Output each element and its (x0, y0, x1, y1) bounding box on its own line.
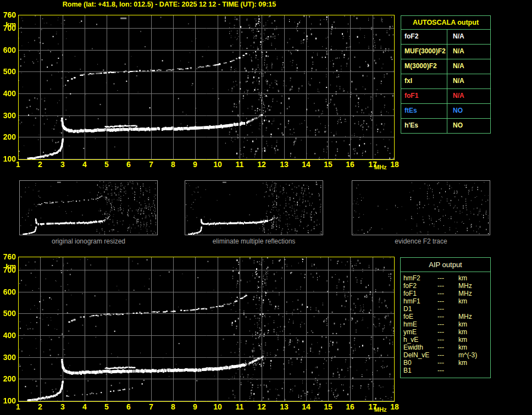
x-axis-tick: 16 (342, 161, 358, 168)
aip-row-unit: m^(-3) (458, 351, 477, 359)
thumbnail-caption-original: original ionogram resized (19, 237, 158, 245)
y-axis-tick: 500 (0, 309, 16, 317)
aip-row: hmF2---km (403, 274, 490, 282)
aip-row-label: B1 (403, 367, 437, 374)
autoscala-row: M(3000)F2N/A (401, 59, 490, 74)
aip-row: D1--- (403, 305, 490, 313)
x-axis-tick: 4 (76, 403, 93, 411)
x-axis-tick: 3 (54, 161, 71, 168)
aip-row-value: --- (437, 367, 458, 374)
y-axis-tick: 700 (0, 266, 16, 274)
autoscala-row: fxIN/A (401, 74, 490, 89)
x-axis-tick: 10 (209, 161, 226, 168)
aip-row-label: D1 (403, 305, 437, 313)
autoscala-table-body: foF2N/AMUF(3000)F2N/AM(3000)F2N/AfxIN/Af… (401, 30, 490, 133)
autoscala-row-value: N/A (447, 45, 464, 59)
thumbnail-original-ionogram (19, 180, 158, 235)
y-axis-tick: 500 (0, 68, 16, 75)
y-axis-tick: 600 (0, 288, 16, 296)
x-axis-tick: 13 (276, 403, 292, 411)
aip-row-unit: km (458, 336, 467, 344)
y-axis-tick: 300 (0, 112, 16, 119)
autoscala-row-label: ftEs (401, 104, 447, 118)
thumbnail-caption-eliminate: eliminate multiple reflections (185, 237, 323, 245)
aip-row-value: --- (437, 344, 458, 351)
thumbnail-evidence-canvas (352, 181, 490, 235)
autoscala-row: ftEsNO (401, 104, 490, 119)
autoscala-row-value: N/A (447, 59, 464, 74)
aip-row-value: --- (437, 359, 458, 367)
x-axis-tick: 11 (231, 403, 248, 411)
x-axis-tick: 15 (320, 403, 336, 411)
autoscala-row-label: h'Es (401, 119, 447, 133)
aip-row-label: hmE (403, 320, 437, 328)
x-axis-tick: 18 (386, 403, 403, 411)
x-axis-tick: 6 (120, 403, 137, 411)
x-axis-tick: 18 (386, 161, 403, 168)
autoscala-row-label: foF2 (401, 30, 447, 44)
bottom-ionogram-canvas (18, 257, 395, 402)
aip-row: DelN_vE---m^(-3) (403, 351, 490, 359)
aip-row-unit: MHz (458, 290, 472, 297)
autoscala-row-label: MUF(3000)F2 (401, 45, 447, 59)
thumbnail-evidence-f2 (352, 180, 490, 235)
x-axis-tick: 12 (253, 403, 270, 411)
x-axis-tick: 15 (320, 161, 336, 168)
aip-row-value: --- (437, 282, 458, 290)
autoscala-row-value: NO (447, 119, 463, 133)
autoscala-table-title: AUTOSCALA output (401, 16, 490, 30)
y-axis-tick: 760 (0, 11, 16, 19)
aip-row: hmE---km (403, 320, 490, 328)
x-axis-tick: 13 (276, 161, 292, 168)
aip-row-value: --- (437, 320, 458, 328)
x-axis-tick: 9 (187, 403, 203, 411)
x-axis-tick: 17 (364, 403, 381, 411)
aip-row-unit: km (458, 274, 467, 282)
aip-row: foF2---MHz (403, 282, 490, 290)
y-axis-tick: 760 (0, 253, 16, 261)
thumbnail-caption-evidence: evidence F2 trace (352, 237, 490, 245)
x-axis-tick: 4 (76, 161, 93, 168)
aip-row-value: --- (437, 336, 458, 344)
autoscala-row-label: fxI (401, 74, 447, 88)
aip-row: hmF1---km (403, 297, 490, 305)
x-axis-tick: 2 (32, 403, 48, 411)
thumbnail-eliminate-reflections (185, 180, 323, 235)
aip-row: h_vE---km (403, 336, 490, 344)
aip-row-unit: km (458, 328, 467, 336)
x-axis-tick: 1 (10, 403, 26, 411)
y-axis-tick: 300 (0, 353, 16, 361)
aip-row-label: foE (403, 313, 437, 320)
x-axis-tick: 7 (143, 161, 159, 168)
aip-row-unit: MHz (458, 313, 472, 320)
y-axis-tick: 400 (0, 90, 16, 97)
aip-row-label: DelN_vE (403, 351, 437, 359)
autoscala-row-value: N/A (447, 89, 464, 103)
x-axis-tick: 3 (54, 403, 71, 411)
thumbnail-original-canvas (20, 181, 157, 235)
autoscala-row: MUF(3000)F2N/A (401, 45, 490, 59)
y-axis-tick: 200 (0, 133, 16, 141)
x-axis-tick: 7 (143, 403, 159, 411)
y-axis-tick: 200 (0, 375, 16, 383)
aip-output-table: AIP output hmF2---kmfoF2---MHzfoF1---MHz… (400, 257, 491, 378)
aip-row: Ewidth---km (403, 344, 490, 351)
x-axis-tick: 11 (231, 161, 248, 168)
bottom-ionogram (18, 257, 395, 402)
aip-row: ymE---km (403, 328, 490, 336)
aip-row-label: foF2 (403, 282, 437, 290)
x-axis-tick: 2 (32, 161, 48, 168)
aip-row-label: hmF2 (403, 274, 437, 282)
x-axis-tick: 14 (298, 161, 314, 168)
x-axis-tick: 5 (98, 403, 115, 411)
x-axis-tick: 16 (342, 403, 358, 411)
aip-row: foE---MHz (403, 313, 490, 320)
top-ionogram (18, 15, 395, 160)
y-axis-tick: 600 (0, 46, 16, 54)
x-axis-tick: 5 (98, 161, 115, 168)
aip-row-label: hmF1 (403, 297, 437, 305)
autoscala-row-label: foF1 (401, 89, 447, 103)
x-axis-tick: 8 (165, 161, 181, 168)
aip-row-value: --- (437, 351, 458, 359)
y-axis-tick: 700 (0, 24, 16, 32)
